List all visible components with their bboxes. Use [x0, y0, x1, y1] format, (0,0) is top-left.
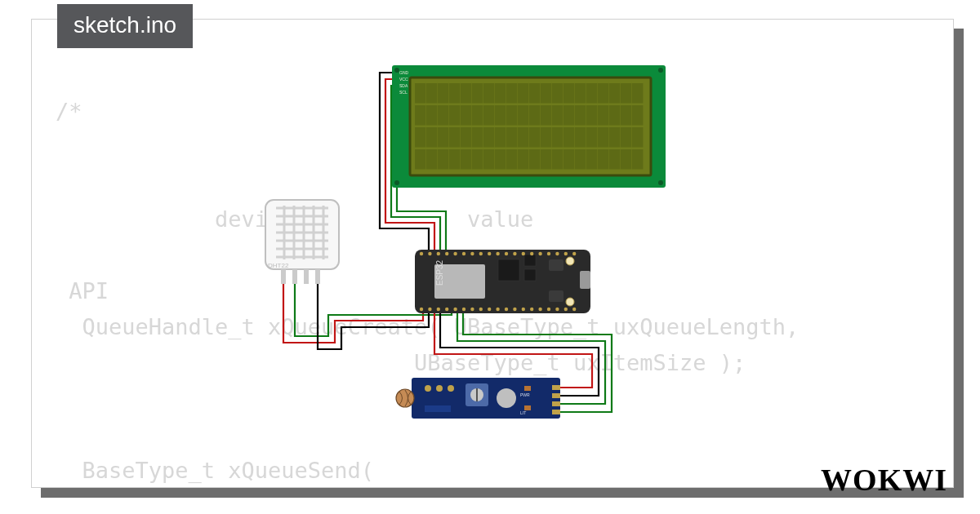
esp32-board[interactable]: ESP32	[415, 250, 590, 313]
svg-rect-61	[632, 127, 643, 148]
svg-rect-56	[575, 127, 586, 148]
svg-rect-3	[426, 83, 437, 104]
svg-rect-20	[621, 83, 631, 104]
svg-point-113	[420, 252, 423, 255]
svg-rect-44	[438, 127, 448, 148]
svg-rect-166	[425, 405, 451, 412]
svg-rect-75	[564, 149, 574, 170]
svg-rect-15	[564, 83, 574, 104]
svg-rect-17	[586, 83, 597, 104]
svg-rect-106	[524, 255, 536, 266]
svg-rect-159	[552, 385, 560, 390]
lcd-pin-vcc-label: VCC	[399, 77, 408, 82]
svg-point-149	[564, 308, 568, 311]
svg-rect-14	[552, 83, 563, 104]
svg-rect-50	[506, 127, 517, 148]
svg-point-152	[396, 389, 414, 407]
svg-rect-77	[586, 149, 597, 170]
svg-point-84	[394, 180, 399, 185]
svg-rect-57	[586, 127, 597, 148]
svg-point-134	[437, 308, 440, 311]
svg-point-156	[497, 388, 516, 408]
svg-rect-19	[609, 83, 620, 104]
svg-rect-162	[552, 410, 560, 414]
svg-rect-105	[498, 259, 519, 281]
svg-rect-63	[426, 149, 437, 170]
ldr-led-pwr-label: PWR	[520, 392, 530, 397]
wokwi-logo-text: WOKWI	[821, 463, 947, 497]
svg-point-82	[394, 68, 399, 73]
svg-point-127	[538, 252, 541, 255]
svg-rect-25	[449, 105, 460, 126]
svg-rect-33	[541, 105, 551, 126]
svg-point-145	[530, 308, 533, 311]
svg-rect-40	[621, 105, 631, 126]
svg-rect-67	[472, 149, 483, 170]
svg-point-164	[436, 385, 443, 392]
ldr-module[interactable]: PWR LIT	[396, 378, 560, 419]
svg-rect-24	[438, 105, 448, 126]
svg-point-114	[428, 252, 431, 255]
ldr-led-lit-label: LIT	[520, 410, 526, 415]
svg-rect-59	[609, 127, 620, 148]
svg-rect-37	[586, 105, 597, 126]
svg-rect-9	[495, 83, 506, 104]
svg-rect-30	[506, 105, 517, 126]
svg-point-122	[496, 252, 499, 255]
lcd-module[interactable]: GND VCC SDA SCL	[392, 65, 666, 188]
svg-rect-46	[461, 127, 471, 148]
svg-point-146	[538, 308, 541, 311]
svg-point-115	[437, 252, 440, 255]
svg-point-142	[505, 308, 508, 311]
svg-rect-100	[292, 269, 297, 284]
svg-rect-53	[541, 127, 551, 148]
svg-point-118	[462, 252, 466, 255]
svg-rect-64	[438, 149, 448, 170]
lcd-pin-sda-label: SDA	[399, 83, 408, 88]
svg-point-119	[470, 252, 474, 255]
svg-rect-10	[506, 83, 517, 104]
svg-rect-13	[541, 83, 551, 104]
svg-rect-21	[632, 83, 643, 104]
svg-rect-43	[426, 127, 437, 148]
svg-rect-47	[472, 127, 483, 148]
svg-point-117	[453, 252, 457, 255]
svg-point-139	[479, 308, 483, 311]
svg-rect-99	[281, 269, 286, 284]
esp32-label: ESP32	[435, 259, 444, 286]
svg-rect-52	[529, 127, 540, 148]
svg-rect-79	[609, 149, 620, 170]
svg-rect-39	[609, 105, 620, 126]
svg-rect-31	[518, 105, 528, 126]
svg-rect-32	[529, 105, 540, 126]
dht22-sensor[interactable]: DHT22	[265, 200, 339, 284]
svg-rect-35	[564, 105, 574, 126]
svg-point-124	[513, 252, 516, 255]
svg-point-85	[658, 180, 663, 185]
svg-rect-161	[552, 401, 560, 406]
svg-rect-26	[461, 105, 471, 126]
svg-rect-86	[265, 200, 339, 269]
svg-rect-8	[483, 83, 494, 104]
svg-rect-7	[472, 83, 483, 104]
file-tab-label: sketch.ino	[74, 12, 176, 38]
svg-rect-78	[598, 149, 608, 170]
dht22-label: DHT22	[268, 262, 289, 269]
svg-rect-6	[461, 83, 471, 104]
file-tab[interactable]: sketch.ino	[57, 4, 193, 48]
svg-rect-102	[315, 269, 320, 284]
svg-rect-107	[524, 269, 536, 281]
wokwi-logo: WOKWI	[821, 462, 947, 498]
svg-point-148	[555, 308, 559, 311]
circuit-diagram: GND VCC SDA SCL DHT22	[229, 57, 784, 432]
svg-point-138	[470, 308, 474, 311]
svg-rect-54	[552, 127, 563, 148]
svg-point-123	[505, 252, 508, 255]
svg-rect-23	[426, 105, 437, 126]
svg-rect-76	[575, 149, 586, 170]
svg-point-121	[488, 252, 491, 255]
svg-rect-101	[304, 269, 309, 284]
svg-rect-11	[518, 83, 528, 104]
svg-point-150	[572, 308, 576, 311]
svg-rect-28	[483, 105, 494, 126]
